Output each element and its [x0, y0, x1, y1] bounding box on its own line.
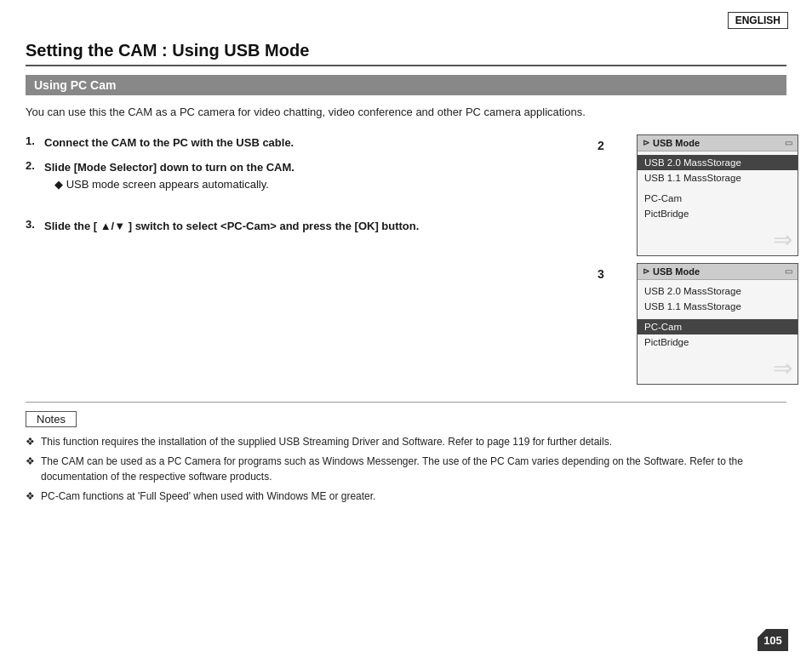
- watermark-arrow-icon: ⇒: [773, 228, 792, 252]
- device-screens-column: 2 ⊳ USB Mode ▭ USB 2.0 MassStorage USB 1…: [616, 134, 786, 385]
- note-text-2: The CAM can be used as a PC Camera for p…: [41, 454, 786, 484]
- step-1-text: Connect the CAM to the PC with the USB c…: [44, 134, 294, 151]
- note-item-2: ❖ The CAM can be used as a PC Camera for…: [26, 454, 786, 484]
- section-header: Using PC Cam: [26, 75, 786, 95]
- screen-3-watermark: ⇒: [638, 353, 798, 384]
- screen-3-header: ⊳ USB Mode ▭: [638, 264, 798, 280]
- step-3-text: Slide the [ ▲/▼ ] switch to select <PC-C…: [44, 218, 419, 235]
- step-3-number: 3.: [26, 218, 44, 231]
- menu-item: PC-Cam: [638, 319, 798, 334]
- menu-item: USB 1.1 MassStorage: [638, 170, 798, 186]
- step-2: 2. Slide [Mode Selector] down to turn on…: [26, 159, 608, 192]
- screen-2: ⊳ USB Mode ▭ USB 2.0 MassStorage USB 1.1…: [637, 134, 798, 256]
- screen-2-wrapper: 2 ⊳ USB Mode ▭ USB 2.0 MassStorage USB 1…: [616, 134, 786, 256]
- menu-item: USB 2.0 MassStorage: [638, 283, 798, 299]
- step-1-number: 1.: [26, 134, 44, 147]
- note-item-1: ❖ This function requires the installatio…: [26, 434, 786, 449]
- watermark-arrow-icon: ⇒: [773, 357, 792, 380]
- note-text-3: PC-Cam functions at 'Full Speed' when us…: [41, 489, 375, 504]
- step-2-text: Slide [Mode Selector] down to turn on th…: [44, 159, 294, 192]
- note-text-1: This function requires the installation …: [41, 434, 612, 449]
- page-container: ENGLISH Setting the CAM : Using USB Mode…: [0, 0, 812, 663]
- menu-item: PictBridge: [638, 206, 798, 221]
- note-bullet-3: ❖: [26, 489, 39, 504]
- main-content: 1. Connect the CAM to the PC with the US…: [26, 134, 786, 385]
- screen-2-number: 2: [598, 139, 604, 152]
- menu-item: USB 1.1 MassStorage: [638, 299, 798, 314]
- note-bullet-1: ❖: [26, 434, 39, 449]
- screen-3-header-left: ⊳ USB Mode: [643, 266, 700, 277]
- screen-2-header: ⊳ USB Mode ▭: [638, 135, 798, 151]
- intro-text: You can use this the CAM as a PC camera …: [26, 104, 786, 121]
- screen-2-header-left: ⊳ USB Mode: [643, 138, 700, 148]
- menu-item: PC-Cam: [638, 191, 798, 206]
- screen-3: ⊳ USB Mode ▭ USB 2.0 MassStorage USB 1.1…: [637, 263, 798, 385]
- notes-label: Notes: [26, 411, 77, 427]
- screen-2-header-right: ▭: [785, 138, 792, 147]
- page-title: Setting the CAM : Using USB Mode: [26, 41, 786, 66]
- notes-section: Notes ❖ This function requires the insta…: [26, 402, 786, 504]
- screen-2-title: USB Mode: [653, 138, 700, 148]
- step-1: 1. Connect the CAM to the PC with the US…: [26, 134, 608, 151]
- screen-3-header-right: ▭: [785, 266, 792, 276]
- screen-3-number: 3: [598, 267, 604, 281]
- language-badge: ENGLISH: [728, 12, 788, 29]
- note-item-3: ❖ PC-Cam functions at 'Full Speed' when …: [26, 489, 786, 504]
- page-number: 105: [758, 629, 788, 651]
- menu-item: PictBridge: [638, 334, 798, 350]
- screen-2-watermark: ⇒: [638, 225, 798, 255]
- step-2-number: 2.: [26, 159, 44, 172]
- menu-item: USB 2.0 MassStorage: [638, 155, 798, 170]
- step-3: 3. Slide the [ ▲/▼ ] switch to select <P…: [26, 218, 608, 235]
- screen-3-wrapper: 3 ⊳ USB Mode ▭ USB 2.0 MassStorage USB 1…: [616, 263, 786, 385]
- step-2-sub: USB mode screen appears automatically.: [44, 176, 294, 193]
- screen-3-menu: USB 2.0 MassStorage USB 1.1 MassStorage …: [638, 280, 798, 353]
- note-bullet-2: ❖: [26, 454, 39, 469]
- screen-3-title: USB Mode: [653, 266, 700, 277]
- usb-icon-2: ⊳: [643, 138, 649, 147]
- usb-icon-3: ⊳: [643, 266, 649, 276]
- steps-column: 1. Connect the CAM to the PC with the US…: [26, 134, 608, 385]
- screen-2-menu: USB 2.0 MassStorage USB 1.1 MassStorage …: [638, 151, 798, 225]
